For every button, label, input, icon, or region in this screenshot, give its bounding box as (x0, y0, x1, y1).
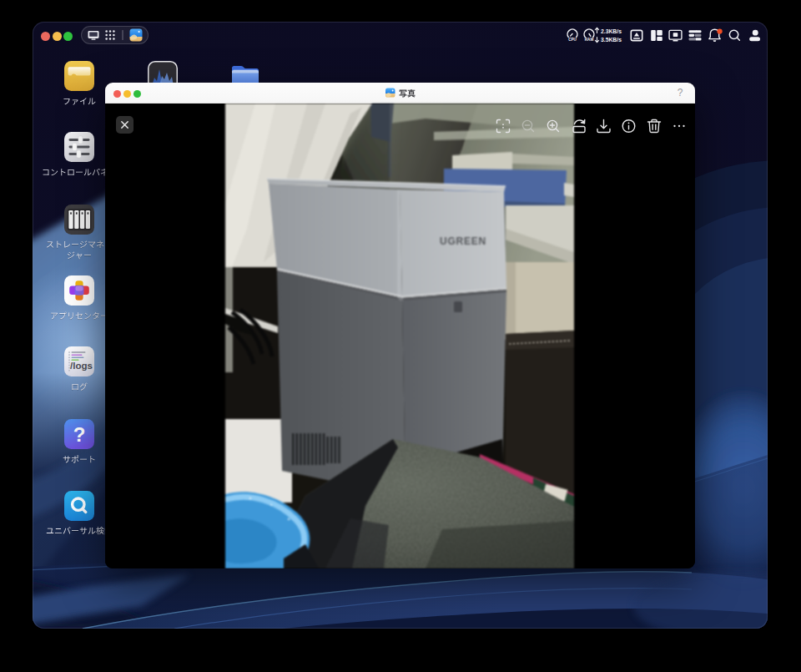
svg-text:3.5KB/s: 3.5KB/s (601, 37, 622, 43)
svg-text:?: ? (73, 423, 86, 446)
svg-text:/logs: /logs (70, 361, 93, 371)
svg-text:CPU: CPU (568, 38, 577, 42)
svg-text:UGREEN: UGREEN (440, 235, 486, 247)
svg-text:RAM: RAM (585, 38, 594, 42)
svg-text:2.3KB/s: 2.3KB/s (601, 28, 622, 34)
